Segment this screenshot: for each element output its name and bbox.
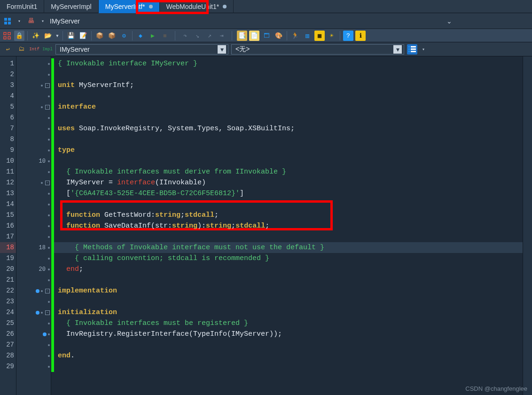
code-line[interactable]: function SaveDataInf(str:string):string;… <box>54 221 523 231</box>
step-out-icon[interactable]: ↗ <box>204 31 215 41</box>
code-line[interactable] <box>54 340 523 350</box>
nav-back-icon[interactable]: ↩ <box>3 44 13 55</box>
sun-icon[interactable]: ☀ <box>327 31 337 41</box>
run-icon[interactable]: ▶ <box>148 31 158 41</box>
nav-history-icon[interactable]: 🗂 <box>16 44 26 55</box>
code-line[interactable]: initialization <box>54 307 523 318</box>
remove-package-icon[interactable]: 📦 <box>107 31 117 41</box>
code-line[interactable]: end. <box>54 350 523 361</box>
marker-row[interactable] <box>16 134 51 145</box>
code-line[interactable]: ['{C6A47E43-525E-4CEE-BD5B-C72C6F5E6812}… <box>54 188 523 199</box>
layers-icon[interactable]: ◆ <box>135 31 146 41</box>
line-number[interactable]: 27 <box>0 340 16 350</box>
info-icon[interactable]: ℹ <box>355 31 366 41</box>
line-number[interactable]: 25 <box>0 318 16 329</box>
window-icon[interactable]: 🗔 <box>261 31 272 41</box>
tab-myserverimpl[interactable]: MyServerImpl <box>44 0 98 13</box>
lock-icon[interactable]: 🔒 <box>14 31 24 41</box>
printer-icon[interactable]: 🖶 <box>26 16 36 26</box>
line-number[interactable]: 12 <box>0 177 16 188</box>
line-number[interactable]: 4 <box>0 91 16 102</box>
line-number[interactable]: 24 <box>0 307 16 318</box>
line-number[interactable]: 7 <box>0 123 16 134</box>
line-number[interactable]: 2 <box>0 69 16 80</box>
marker-row[interactable] <box>16 318 51 329</box>
breakpoint-icon[interactable] <box>43 332 47 336</box>
line-number[interactable]: 16 <box>0 221 16 231</box>
marker-row[interactable] <box>16 145 51 156</box>
help-icon[interactable]: ? <box>343 31 353 41</box>
code-line[interactable] <box>54 134 523 145</box>
code-line[interactable] <box>54 296 523 307</box>
code-line[interactable]: { Methods of Invokable interface must no… <box>54 242 523 253</box>
line-number[interactable]: 18 <box>0 242 16 253</box>
breakpoint-icon[interactable] <box>36 289 39 293</box>
code-line[interactable] <box>54 275 523 285</box>
code-view[interactable]: { Invokable interface IMyServer }unit My… <box>54 56 523 395</box>
line-number[interactable]: 22 <box>0 285 16 296</box>
chevron-down-icon[interactable]: ⌄ <box>445 17 454 25</box>
note-icon[interactable]: 📄 <box>249 31 259 41</box>
marker-row[interactable] <box>16 166 51 177</box>
line-number[interactable]: 1 <box>0 58 16 69</box>
code-line[interactable]: function GetTestWord:string;stdcall; <box>54 210 523 221</box>
save-edit-icon[interactable]: 📝 <box>78 31 88 41</box>
gear-icon[interactable]: ⚙ <box>119 31 129 41</box>
marker-row[interactable]: - <box>16 80 51 91</box>
line-number[interactable]: 17 <box>0 231 16 242</box>
step-over-icon[interactable]: ↷ <box>180 31 190 41</box>
palette-icon[interactable]: 🎨 <box>274 31 284 41</box>
code-line[interactable] <box>54 361 523 372</box>
marker-row[interactable] <box>16 361 51 372</box>
line-number[interactable]: 10 <box>0 156 16 166</box>
line-number[interactable]: 21 <box>0 275 16 285</box>
line-number[interactable]: 29 <box>0 361 16 372</box>
marker-row[interactable]: - <box>16 285 51 296</box>
breadcrumb-text[interactable]: IMyServer <box>50 17 80 25</box>
line-number[interactable]: 11 <box>0 166 16 177</box>
code-line[interactable]: { calling convention; stdcall is recomme… <box>54 253 523 264</box>
marker-row[interactable]: 20 <box>16 264 51 275</box>
chevron-down-icon[interactable]: ▾ <box>55 31 60 41</box>
line-number[interactable]: 13 <box>0 188 16 199</box>
marker-row[interactable] <box>16 188 51 199</box>
add-package-icon[interactable]: 📦 <box>94 31 105 41</box>
code-line[interactable]: uses Soap.InvokeRegistry, System.Types, … <box>54 123 523 134</box>
line-number[interactable]: 28 <box>0 350 16 361</box>
code-line[interactable]: IMyServer = interface(IInvokable) <box>54 177 523 188</box>
line-number[interactable]: 19 <box>0 253 16 264</box>
fullscreen-icon[interactable] <box>2 31 12 41</box>
goto-intf-icon[interactable]: Intf <box>29 44 39 55</box>
breakpoint-icon[interactable] <box>36 311 39 315</box>
highlight-icon[interactable]: ▦ <box>314 31 325 41</box>
marker-row[interactable]: - <box>16 102 51 112</box>
marker-row[interactable] <box>16 221 51 231</box>
line-number[interactable]: 5 <box>0 102 16 112</box>
code-line[interactable] <box>54 231 523 242</box>
columns-icon[interactable]: ▥ <box>302 31 313 41</box>
grid-icon[interactable] <box>3 16 12 26</box>
code-line[interactable]: { Invokable interface IMyServer } <box>54 58 523 69</box>
code-line[interactable]: { Invokable interfaces must derive from … <box>54 166 523 177</box>
line-number[interactable]: 14 <box>0 199 16 210</box>
bookmark-icon[interactable]: 📑 <box>237 31 247 41</box>
line-number[interactable]: 6 <box>0 112 16 123</box>
tab-formunit1[interactable]: FormUnit1 <box>0 0 44 13</box>
marker-row[interactable] <box>16 123 51 134</box>
marker-row[interactable] <box>16 58 51 69</box>
fold-toggle-icon[interactable]: - <box>45 181 50 185</box>
method-selector[interactable]: <无> ▾ <box>231 44 404 55</box>
code-line[interactable]: end; <box>54 264 523 275</box>
code-line[interactable]: unit MyServerIntf; <box>54 80 523 91</box>
chevron-down-icon[interactable]: ▾ <box>39 18 46 24</box>
line-number[interactable]: 23 <box>0 296 16 307</box>
code-line[interactable]: InvRegistry.RegisterInterface(TypeInfo(I… <box>54 329 523 340</box>
side-scroll[interactable] <box>523 56 532 395</box>
tab-myserverintf[interactable]: MyServerIntf* <box>99 0 160 13</box>
marker-gutter[interactable]: --10-1820-- <box>16 56 51 395</box>
step-into-icon[interactable]: ↘ <box>192 31 203 41</box>
marker-row[interactable] <box>16 340 51 350</box>
goto-impl-icon[interactable]: Impl <box>42 44 53 55</box>
marker-row[interactable] <box>16 210 51 221</box>
line-number[interactable]: 9 <box>0 145 16 156</box>
